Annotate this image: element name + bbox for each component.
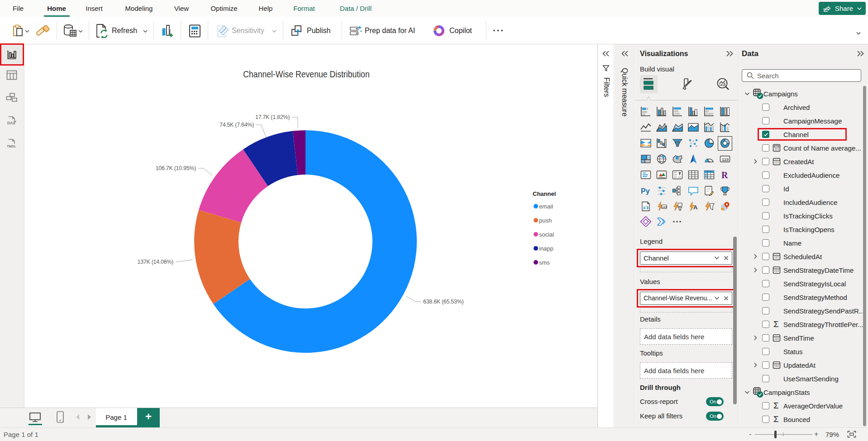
svg-text:Py: Py (641, 187, 650, 195)
svg-text:123: 123 (722, 157, 729, 162)
svg-text:A: A (693, 204, 698, 211)
svg-text:123: 123 (663, 206, 668, 209)
svg-text:R: R (721, 170, 728, 180)
